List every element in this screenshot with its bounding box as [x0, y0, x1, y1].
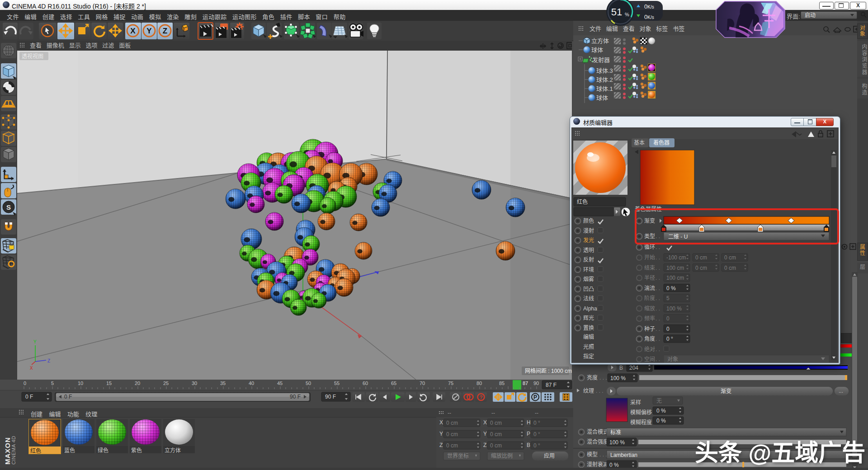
svg-text:0 cm: 0 cm: [724, 254, 736, 261]
svg-text:Y: Y: [33, 339, 37, 344]
svg-text:Z: Z: [47, 358, 50, 363]
svg-text:球体.2: 球体.2: [596, 76, 613, 83]
svg-text:0 cm: 0 cm: [446, 442, 458, 449]
svg-text:开始: 开始: [644, 254, 655, 261]
svg-text:反射: 反射: [583, 256, 594, 263]
svg-text:60: 60: [363, 381, 368, 386]
svg-text:查看 摄像机 显示 选项 过滤 面板: 查看 摄像机 显示 选项 过滤 面板: [30, 42, 131, 49]
svg-text:80: 80: [476, 381, 482, 386]
svg-text:0 °: 0 °: [533, 431, 540, 437]
svg-text:漫射衰减: 漫射衰减: [587, 461, 609, 468]
svg-text:指定: 指定: [583, 353, 594, 360]
svg-text:Y: Y: [439, 431, 443, 437]
svg-text:标准: 标准: [610, 429, 621, 436]
svg-text:网格间距 : 1000 cm: 网格间距 : 1000 cm: [525, 367, 572, 374]
svg-text:半径: 半径: [644, 275, 655, 281]
svg-text:Y: Y: [146, 27, 152, 35]
svg-text:. .: . .: [656, 356, 660, 362]
svg-text:55: 55: [334, 381, 340, 386]
svg-text:绝对: 绝对: [644, 346, 655, 352]
svg-text:20: 20: [135, 381, 140, 386]
svg-text:. .: . .: [656, 254, 660, 261]
svg-text:环境: 环境: [583, 266, 594, 273]
svg-text:湍流: 湍流: [644, 285, 655, 291]
svg-text:0 F: 0 F: [64, 394, 72, 400]
svg-text:100 %: 100 %: [609, 439, 625, 446]
svg-text:0: 0: [666, 326, 670, 332]
svg-text:75: 75: [448, 381, 453, 386]
svg-text:结束: 结束: [644, 265, 655, 271]
svg-text:空间: 空间: [644, 356, 655, 362]
svg-text:%: %: [625, 12, 629, 17]
svg-text:0 cm: 0 cm: [724, 265, 736, 271]
svg-text:--: --: [491, 410, 495, 416]
svg-text:. .: . .: [656, 285, 660, 291]
svg-text:. .: . .: [656, 275, 660, 281]
svg-text:51: 51: [611, 6, 622, 18]
svg-text:--: --: [535, 410, 538, 416]
svg-text:X: X: [130, 27, 136, 35]
svg-text:0: 0: [24, 381, 26, 386]
svg-text:B: B: [527, 442, 530, 448]
svg-text:5: 5: [666, 295, 670, 301]
svg-text:...: ...: [839, 388, 843, 394]
svg-text:应用: 应用: [544, 452, 555, 459]
svg-text:P: P: [533, 394, 537, 400]
svg-text:0 cm: 0 cm: [446, 431, 458, 437]
svg-text:球体: 球体: [591, 47, 603, 53]
svg-text:模型: 模型: [587, 451, 598, 458]
svg-text:混合模式: 混合模式: [587, 428, 609, 435]
svg-text:Y: Y: [483, 431, 487, 437]
svg-text:0 cm: 0 cm: [490, 431, 502, 437]
svg-text:0 cm: 0 cm: [490, 420, 502, 426]
svg-text:混合强度: 混合强度: [587, 438, 609, 445]
svg-text:凹凸: 凹凸: [583, 286, 594, 292]
svg-text:X: X: [439, 419, 443, 426]
svg-text:. . .: . . .: [599, 451, 607, 458]
svg-text:15: 15: [106, 381, 112, 386]
svg-text:置换: 置换: [583, 325, 594, 331]
svg-text:25: 25: [163, 381, 169, 386]
svg-text:发射器: 发射器: [592, 56, 610, 63]
svg-text:采样: 采样: [630, 399, 641, 406]
svg-text:角度: 角度: [644, 335, 655, 342]
svg-text:65: 65: [391, 381, 396, 386]
svg-text:0 cm: 0 cm: [695, 265, 707, 271]
svg-text:. .: . .: [656, 306, 660, 312]
svg-text:0 °: 0 °: [666, 336, 673, 342]
svg-text:透视视图: 透视视图: [22, 53, 43, 60]
svg-text:85: 85: [499, 381, 505, 386]
svg-text:Z: Z: [163, 27, 167, 35]
svg-text:0K/s: 0K/s: [644, 14, 654, 20]
svg-text:缩放: 缩放: [644, 305, 655, 312]
svg-text:无: 无: [656, 398, 662, 404]
svg-text:X: X: [483, 419, 487, 426]
svg-text:90 F: 90 F: [325, 394, 336, 400]
svg-text:Lambertian: Lambertian: [610, 452, 637, 458]
svg-text:45: 45: [277, 381, 283, 386]
svg-text:H: H: [527, 419, 531, 426]
svg-text:. .: . .: [656, 336, 660, 342]
svg-text:循环: 循环: [644, 244, 655, 250]
svg-text:0: 0: [666, 315, 670, 322]
svg-text:. .: . .: [656, 244, 660, 250]
svg-text:100 cm: 100 cm: [666, 265, 684, 271]
svg-text:0 %: 0 %: [666, 285, 676, 291]
svg-text:0 %: 0 %: [609, 462, 619, 468]
svg-text:红色: 红色: [577, 198, 588, 205]
svg-text:. .: . .: [656, 326, 660, 332]
svg-text:纹理: 纹理: [583, 388, 594, 394]
svg-text:87: 87: [523, 381, 528, 386]
svg-text:着色器: 着色器: [653, 139, 670, 146]
svg-text:10: 10: [78, 381, 83, 386]
svg-text:100 cm: 100 cm: [666, 275, 684, 281]
svg-text:. .: . .: [656, 346, 660, 352]
svg-text:. . .: . . .: [599, 375, 607, 381]
svg-text:阶度: 阶度: [644, 295, 655, 301]
svg-text:0K/s: 0K/s: [644, 3, 654, 10]
svg-text:S: S: [6, 203, 11, 211]
svg-text:烟雾: 烟雾: [583, 276, 594, 282]
svg-text:--: --: [448, 410, 451, 416]
svg-text:0 °: 0 °: [533, 442, 540, 449]
svg-text:P: P: [527, 431, 530, 437]
